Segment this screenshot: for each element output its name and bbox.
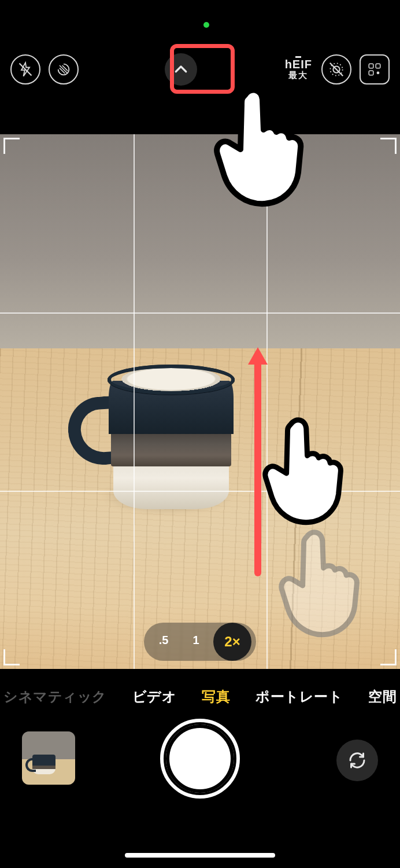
home-indicator[interactable] — [125, 853, 275, 858]
swipe-hand-cursor-active — [253, 415, 357, 531]
top-left-group — [10, 54, 79, 84]
mode-spatial[interactable]: 空間 — [368, 687, 397, 706]
flash-off-icon — [17, 61, 34, 78]
swipe-hand-cursor-ghost — [269, 528, 373, 643]
zoom-1x[interactable]: 1 — [182, 626, 210, 654]
svg-rect-4 — [369, 64, 373, 68]
mode-video[interactable]: ビデオ — [132, 687, 177, 706]
camera-active-indicator — [203, 22, 209, 28]
live-photo-off-button[interactable] — [321, 54, 351, 84]
camera-flip-button[interactable] — [336, 740, 378, 781]
night-mode-off-icon — [55, 61, 72, 78]
styles-grid-icon — [367, 62, 382, 77]
zoom-selector: .5 1 2× — [144, 623, 256, 661]
photographic-styles-button[interactable] — [360, 54, 390, 84]
heif-label: hEIF — [285, 58, 312, 71]
camera-flip-icon — [347, 750, 368, 771]
heif-sublabel: 最大 — [288, 70, 308, 81]
format-heif-button[interactable]: hEIF 最大 — [284, 58, 313, 81]
live-photo-off-icon — [328, 61, 345, 78]
zoom-2x[interactable]: 2× — [213, 623, 251, 661]
top-right-group: hEIF 最大 — [284, 54, 390, 84]
flash-off-button[interactable] — [10, 54, 40, 84]
camera-app: hEIF 最大 — [0, 0, 400, 868]
subject-mug — [97, 365, 242, 509]
tap-hand-cursor — [203, 86, 319, 213]
mode-portrait[interactable]: ポートレート — [255, 687, 343, 706]
svg-rect-6 — [369, 71, 373, 75]
last-photo-thumbnail[interactable] — [22, 731, 75, 785]
svg-rect-5 — [376, 64, 380, 68]
mode-cinematic[interactable]: シネマティック — [3, 687, 107, 706]
mode-photo[interactable]: 写真 — [202, 687, 230, 706]
svg-point-7 — [377, 72, 380, 75]
camera-mode-selector[interactable]: シネマティック ビデオ 写真 ポートレート 空間 — [0, 681, 400, 713]
night-mode-off-button[interactable] — [49, 54, 79, 84]
zoom-0-5x[interactable]: .5 — [150, 626, 177, 654]
shutter-button[interactable] — [166, 724, 234, 793]
